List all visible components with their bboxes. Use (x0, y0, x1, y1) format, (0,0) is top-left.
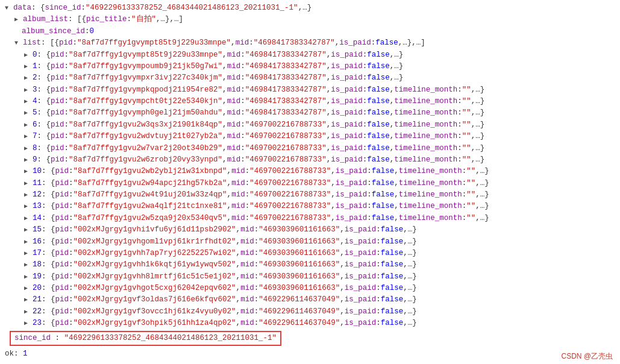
list-key: list (23, 37, 41, 49)
item-14-arrow[interactable] (24, 214, 31, 224)
album-since-id-line: album_since_id : 0 (5, 26, 615, 37)
list-item-3: 3 : { pid: "8af7d7ffgy1gvympkqpodj21i954… (5, 84, 615, 96)
ok-line: ok: 1 (0, 350, 620, 358)
list-item-6: 6 : { pid: "8af7d7ffgy1gvu2w3qs3xj21901k… (5, 119, 615, 131)
list-item-17: 17 : { pid: "002xMJgrgy1gvhh7ap7ryj62252… (5, 248, 615, 259)
json-viewer: data : { since_id : "4692296133378252_46… (0, 0, 620, 350)
since-id-bottom-val: "4692296133378252_4684344021486123_20211… (64, 334, 277, 342)
item-16-arrow[interactable] (24, 237, 31, 247)
branding: CSDN @乙壳虫 (554, 349, 620, 364)
item-20-arrow[interactable] (24, 284, 31, 293)
item-4-arrow[interactable] (24, 97, 31, 107)
list-item-8: 8 : { pid: "8af7d7ffgy1gvu2w7var2j20ot34… (5, 143, 615, 154)
list-item-2: 2 : { pid: "8af7d7ffgy1gvympxr3ivj227c34… (5, 72, 615, 84)
item-15-arrow[interactable] (24, 225, 31, 235)
list-item-18: 18 : { pid: "002xMJgrgy1gvhh1k6kqtj61yw1… (5, 259, 615, 271)
item-13-arrow[interactable] (24, 202, 31, 212)
list-item-23: 23 : { pid: "002xMJgrgy1gvf3ohpik5j61hh1… (5, 318, 615, 329)
list-item-21: 21 : { pid: "002xMJgrgy1gvf3oldas7j616e6… (5, 294, 615, 306)
root-arrow[interactable] (5, 4, 12, 13)
item-7-arrow[interactable] (24, 132, 31, 142)
item-9-arrow[interactable] (24, 155, 31, 165)
list-item-11: 11 : { pid: "8af7d7ffgy1gvu2w94apcj21hg5… (5, 178, 615, 189)
album-list-arrow[interactable] (14, 15, 22, 25)
list-item-22: 22 : { pid: "002xMJgrgy1gvf3ovcc1hj61kz4… (5, 306, 615, 318)
list-item-20: 20 : { pid: "002xMJgrgy1gvhgot5cxgj62042… (5, 283, 615, 294)
item-21-arrow[interactable] (24, 295, 31, 305)
item-6-arrow[interactable] (24, 121, 31, 130)
list-item-13: 13 : { pid: "8af7d7ffgy1gvu2wa4qlfj21tc1… (5, 201, 615, 212)
album-list-line: album_list : [ { pic_title : "自拍" ,…},…] (5, 14, 615, 25)
item-0-arrow[interactable] (24, 51, 31, 60)
list-arrow[interactable] (14, 39, 22, 48)
list-item-15: 15 : { pid: "002xMJgrgy1gvhi1vfu6yj61d11… (5, 224, 615, 236)
item-3-arrow[interactable] (24, 86, 31, 95)
list-item-9: 9 : { pid: "8af7d7ffgy1gvu2w6zrobj20vy33… (5, 154, 615, 166)
item-23-arrow[interactable] (24, 319, 31, 328)
list-line: list : [{ pid : "8af7d7ffgy1gvympt85t9j2… (5, 37, 615, 49)
list-item-7: 7 : { pid: "8af7d7ffgy1gvu2wdvtuyj21t027… (5, 131, 615, 142)
item-1-arrow[interactable] (24, 62, 31, 72)
list-item-14: 14 : { pid: "8af7d7ffgy1gvu2w5zqa9j20x53… (5, 213, 615, 224)
root-line: data : { since_id : "4692296133378252_46… (5, 2, 615, 14)
item-2-arrow[interactable] (24, 74, 31, 83)
root-key: data (13, 2, 31, 14)
ok-val: 1 (23, 350, 28, 358)
item-11-arrow[interactable] (24, 179, 31, 189)
list-item-0: 0 : { pid: "8af7d7ffgy1gvympt85t9j229u33… (5, 49, 615, 61)
list-item-12: 12 : { pid: "8af7d7ffgy1gvu2w4t91uj201w3… (5, 189, 615, 201)
list-item-1: 1 : { pid: "8af7d7ffgy1gvympoumb9j21jk50… (5, 61, 615, 72)
item-10-arrow[interactable] (24, 167, 31, 177)
list-item-4: 4 : { pid: "8af7d7ffgy1gvympcht0tj22e534… (5, 96, 615, 107)
album-since-id-key: album_since_id (22, 26, 85, 37)
album-list-key: album_list (23, 14, 68, 25)
item-18-arrow[interactable] (24, 260, 31, 270)
item-5-arrow[interactable] (24, 108, 31, 118)
item-17-arrow[interactable] (24, 249, 31, 259)
album-since-id-val: 0 (90, 26, 95, 37)
item-12-arrow[interactable] (24, 190, 31, 200)
since-id-top-val: "4692296133378252_4684344021486123_20211… (86, 2, 298, 14)
item-19-arrow[interactable] (24, 272, 31, 282)
list-item-16: 16 : { pid: "002xMJgrgy1gvhgoml1vpj61kr1… (5, 236, 615, 248)
item-22-arrow[interactable] (24, 307, 31, 317)
since-id-highlight-box: since_id : "4692296133378252_46843440214… (10, 331, 281, 346)
list-item-19: 19 : { pid: "002xMJgrgy1gvhh8lmrtfj61c51… (5, 271, 615, 283)
list-item-5: 5 : { pid: "8af7d7ffgy1gvymph0gelj21jm50… (5, 107, 615, 119)
item-8-arrow[interactable] (24, 144, 31, 154)
list-item-10: 10 : { pid: "8af7d7ffgy1gvu2wb2yblj21w31… (5, 166, 615, 177)
since-id-bottom-line: since_id : "4692296133378252_46843440214… (5, 330, 615, 347)
